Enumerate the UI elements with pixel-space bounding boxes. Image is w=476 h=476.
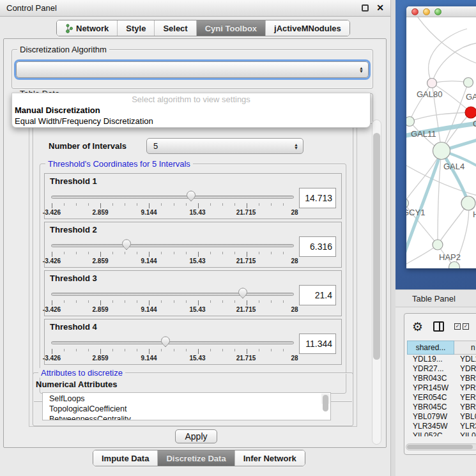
tab-style[interactable]: Style: [118, 20, 155, 36]
cell-name[interactable]: YLR3: [454, 422, 476, 431]
cell-name[interactable]: YDL1: [454, 355, 476, 364]
float-window-icon[interactable]: [362, 4, 369, 12]
table-row[interactable]: YBL079WYBL0: [407, 412, 476, 422]
tab-discretize-data[interactable]: Discretize Data: [158, 450, 234, 466]
network-window[interactable]: GAL80 GA GAL11 C GAL4 GCY1 H HAP2: [406, 6, 476, 268]
gear-icon[interactable]: ⚙: [412, 321, 423, 333]
threshold-4-value[interactable]: 11.344: [299, 334, 336, 354]
threshold-1-slider[interactable]: -3.426 2.859 9.144 15.43 21.715 28: [51, 189, 294, 217]
close-icon[interactable]: ✕: [376, 4, 384, 12]
network-tab-icon: [65, 24, 73, 33]
threshold-3-title: Threshold 3: [50, 273, 97, 283]
algorithm-combo[interactable]: ▲▼: [16, 61, 369, 78]
list-item[interactable]: BetweennessCentrality: [49, 414, 330, 420]
slider-track[interactable]: [51, 293, 294, 296]
split-view-icon[interactable]: [433, 321, 444, 332]
table-row[interactable]: YIL052CYIL0: [407, 431, 476, 436]
network-canvas[interactable]: GAL80 GA GAL11 C GAL4 GCY1 H HAP2: [406, 17, 476, 268]
threshold-1-value[interactable]: 14.713: [299, 188, 336, 208]
table-row[interactable]: YPR145WYPR1: [407, 383, 476, 393]
table-panel-titlebar: Table Panel: [395, 289, 476, 307]
list-item[interactable]: TopologicalCoefficient: [49, 404, 330, 414]
table-row[interactable]: YLR345WYLR3: [407, 422, 476, 431]
slider-track[interactable]: [51, 341, 294, 344]
cell-shared[interactable]: YBL079W: [407, 412, 454, 422]
node-label: C: [473, 119, 476, 128]
cell-name[interactable]: YBR0: [454, 403, 476, 412]
table-horizontal-scrollbar-thumb[interactable]: [407, 445, 473, 449]
network-node-gal4[interactable]: [433, 142, 450, 160]
table-row[interactable]: YDL19...YDL1: [407, 355, 476, 364]
numerical-attributes-list[interactable]: SelfLoops TopologicalCoefficient Between…: [42, 392, 331, 420]
threshold-3-value[interactable]: 21.4: [299, 285, 336, 305]
cell-shared[interactable]: YBR043C: [407, 374, 454, 383]
cell-shared[interactable]: YDL19...: [407, 355, 454, 364]
threshold-3-slider[interactable]: -3.426 2.859 9.144 15.43 21.715 28: [51, 286, 294, 314]
control-panel-titlebar: Control Panel ✕: [0, 0, 390, 17]
slider-thumb[interactable]: [160, 336, 171, 348]
cell-shared[interactable]: YLR345W: [407, 422, 454, 431]
network-node[interactable]: [464, 78, 473, 88]
tab-impute-data[interactable]: Impute Data: [93, 450, 158, 466]
algorithm-dropdown: Select algorithm to view settings Manual…: [12, 93, 371, 128]
slider-thumb[interactable]: [121, 239, 132, 250]
dropdown-option-manual[interactable]: Manual Discretization: [12, 105, 370, 116]
table-row[interactable]: YER054CYER0: [407, 393, 476, 403]
minimize-traffic-light-icon[interactable]: [423, 8, 430, 15]
network-node-gal11[interactable]: [406, 117, 415, 127]
table-row[interactable]: YBR043CYBR0: [407, 374, 476, 383]
panel-scrollbar[interactable]: [372, 119, 381, 445]
close-traffic-light-icon[interactable]: [411, 8, 418, 15]
table-row[interactable]: YDR27...YDR2: [407, 364, 476, 374]
zoom-traffic-light-icon[interactable]: [434, 8, 441, 15]
slider-track[interactable]: [51, 244, 294, 247]
table-panel-inner: ⚙ ✓ ✓ shared... n YDL19...YDL1 YDR27...Y…: [404, 313, 476, 455]
select-columns-icon[interactable]: ✓ ✓: [454, 323, 469, 330]
scale-label: 2.859: [92, 209, 108, 216]
slider-thumb[interactable]: [238, 288, 248, 299]
table-panel-title: Table Panel: [412, 294, 456, 303]
thresholds-group: Threshold's Coordinates for 5 Intervals …: [40, 164, 346, 394]
column-header-shared-name[interactable]: shared...: [407, 341, 454, 355]
attributes-group: Attributes to discretize Numerical Attri…: [33, 372, 353, 426]
attributes-scrollbar[interactable]: [321, 394, 330, 404]
network-window-titlebar: [406, 6, 476, 17]
dropdown-option-equal-width[interactable]: Equal Width/Frequency Discretization: [12, 116, 370, 127]
slider-track[interactable]: [51, 196, 294, 199]
network-node-gcy1[interactable]: [406, 199, 409, 208]
threshold-2-value[interactable]: 6.316: [299, 236, 336, 257]
network-node[interactable]: [461, 196, 475, 210]
tab-jactivemnodules[interactable]: jActiveMNodules: [266, 20, 349, 36]
table-row[interactable]: YBR045CYBR0: [407, 403, 476, 412]
number-of-intervals-combo[interactable]: 5 ▲▼: [146, 138, 303, 154]
cell-shared[interactable]: YPR145W: [407, 383, 454, 393]
attributes-scrollbar-thumb[interactable]: [323, 395, 328, 411]
threshold-2-slider[interactable]: -3.426 2.859 9.144 15.43 21.715 28: [51, 238, 294, 266]
tab-network[interactable]: Network: [57, 20, 118, 36]
cell-name[interactable]: YBL0: [454, 412, 476, 422]
tab-cyni-toolbox[interactable]: Cyni Toolbox: [197, 20, 266, 36]
network-node-hap2[interactable]: [433, 240, 443, 250]
cell-name[interactable]: YBR0: [454, 374, 476, 383]
scale-label: 28: [291, 355, 298, 362]
cell-shared[interactable]: YIL052C: [407, 431, 454, 436]
scale-label: 28: [291, 306, 298, 313]
network-node-selected-red[interactable]: [465, 107, 476, 118]
cell-shared[interactable]: YER054C: [407, 393, 454, 403]
network-node-gal80[interactable]: [427, 79, 437, 88]
cell-name[interactable]: YER0: [454, 393, 476, 403]
tab-select[interactable]: Select: [155, 20, 196, 36]
cell-shared[interactable]: YDR27...: [407, 364, 454, 374]
cell-name[interactable]: YPR1: [454, 383, 476, 393]
panel-scrollbar-thumb[interactable]: [373, 133, 380, 360]
cell-name[interactable]: YIL0: [454, 431, 476, 436]
cell-name[interactable]: YDR2: [454, 364, 476, 374]
column-header-name[interactable]: n: [454, 341, 476, 355]
tab-infer-network[interactable]: Infer Network: [235, 450, 305, 466]
slider-thumb[interactable]: [186, 190, 196, 202]
cell-shared[interactable]: YBR045C: [407, 403, 454, 412]
apply-button[interactable]: Apply: [175, 429, 217, 443]
table-horizontal-scrollbar[interactable]: [406, 443, 476, 450]
threshold-4-slider[interactable]: -3.426 2.859 9.144 15.43 21.715 28: [51, 335, 294, 363]
list-item[interactable]: SelfLoops: [49, 394, 330, 404]
